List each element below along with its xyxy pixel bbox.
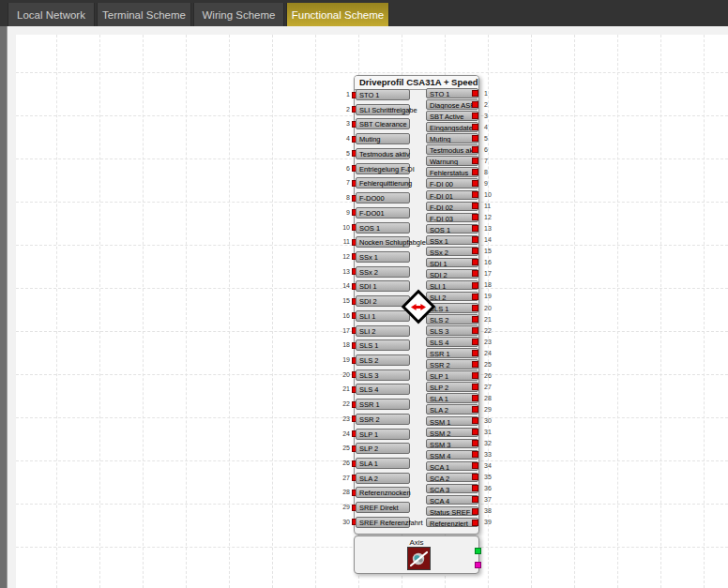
output-pin-label[interactable]: SLI 1 [426,280,478,291]
output-pin-label[interactable]: SSR 2 [426,359,478,369]
output-pin-square[interactable] [472,236,478,243]
input-pin-label[interactable]: Nocken Schlupfabgleich [356,236,410,248]
output-pin-label[interactable]: Diagnose ASF [426,99,478,110]
input-pin-label[interactable]: SLS 3 [356,369,410,381]
input-pin-label[interactable]: Fehlerquittierung [356,177,410,188]
output-pin-square[interactable] [472,429,478,435]
output-pin-square[interactable] [472,101,478,108]
output-pin-label[interactable]: SLS 3 [426,325,478,336]
output-pin-label[interactable]: SLP 1 [426,370,478,381]
input-pin-label[interactable]: SLS 2 [356,354,410,366]
output-pin-square[interactable] [472,508,478,515]
output-pin-square[interactable] [472,248,478,254]
output-pin-square[interactable] [472,225,478,232]
output-pin-square[interactable] [472,350,478,356]
input-pin-label[interactable]: SLA 1 [356,458,410,469]
output-pin-label[interactable]: SLP 2 [426,382,478,392]
axis-motor-icon[interactable] [407,547,431,570]
axis-conn-magenta-square[interactable] [475,562,481,568]
output-pin-square[interactable] [472,474,478,480]
output-pin-label[interactable]: SDI 2 [426,269,478,279]
output-pin-label[interactable]: F-DI 01 [426,190,478,201]
output-pin-square[interactable] [472,90,478,97]
input-pin-label[interactable]: SLI 2 [356,325,410,337]
output-pin-square[interactable] [472,361,478,368]
input-pin-label[interactable]: SLA 2 [356,473,410,484]
output-pin-square[interactable] [472,294,478,300]
output-pin-label[interactable]: SSx 1 [426,235,478,246]
output-pin-label[interactable]: Warnung [426,156,478,166]
output-pin-square[interactable] [472,146,478,153]
output-pin-label[interactable]: SOS 1 [426,224,478,234]
output-pin-label[interactable]: SSM 3 [426,439,478,449]
tab-terminal-scheme[interactable]: Terminal Scheme [97,3,191,26]
output-pin-label[interactable]: SDI 1 [426,258,478,268]
output-pin-label[interactable]: SCA 2 [426,473,478,483]
output-pin-label[interactable]: Eingangsdaten gü [426,122,478,132]
output-pin-square[interactable] [472,451,478,458]
input-pin-label[interactable]: SLS 1 [356,339,410,351]
output-pin-label[interactable]: SLI 2 [426,292,478,302]
input-pin-label[interactable]: SLI 1 [356,310,410,322]
output-pin-square[interactable] [472,113,478,119]
output-pin-label[interactable]: F-DI 02 [426,202,478,212]
input-pin-label[interactable]: SDI 1 [356,280,410,292]
output-pin-label[interactable]: SLA 1 [426,393,478,403]
input-pin-label[interactable]: SOS 1 [356,222,410,234]
input-pin-label[interactable]: SSR 1 [356,399,410,410]
input-pin-label[interactable]: Muting [356,133,410,144]
output-pin-label[interactable]: SSx 2 [426,247,478,257]
output-pin-label[interactable]: Muting [426,133,478,143]
output-pin-label[interactable]: SLS 2 [426,314,478,324]
output-pin-label[interactable]: Fehlerstatus [426,167,478,177]
input-pin-label[interactable]: SLP 2 [356,443,410,454]
input-pin-label[interactable]: SREF Direkt [356,502,410,513]
output-pin-square[interactable] [472,180,478,187]
output-pin-square[interactable] [472,372,478,379]
axis-conn-green-square[interactable] [475,548,481,554]
output-pin-square[interactable] [472,485,478,491]
output-pin-label[interactable]: SCA 3 [426,484,478,494]
output-pin-label[interactable]: SSM 4 [426,450,478,460]
output-pin-label[interactable]: SBT Active [426,111,478,121]
output-pin-square[interactable] [472,169,478,175]
output-pin-square[interactable] [472,305,478,311]
output-pin-square[interactable] [472,406,478,413]
tab-local-network[interactable]: Local Network [8,3,95,26]
output-pin-square[interactable] [472,135,478,142]
output-pin-square[interactable] [472,259,478,265]
output-pin-square[interactable] [472,282,478,289]
output-pin-label[interactable]: SLS 4 [426,337,478,347]
input-pin-label[interactable]: SREF Referenzfahrt [356,517,410,528]
output-pin-label[interactable]: F-DI 03 [426,213,478,223]
input-pin-label[interactable]: Entriegelung F-DI [356,163,410,174]
tab-wiring-scheme[interactable]: Wiring Scheme [193,3,284,26]
output-pin-square[interactable] [472,214,478,220]
input-pin-label[interactable]: STO 1 [356,89,410,100]
output-pin-square[interactable] [472,191,478,198]
output-pin-square[interactable] [472,462,478,469]
input-pin-label[interactable]: SLI Schrittfreigabe [356,104,410,115]
output-pin-square[interactable] [472,203,478,209]
output-pin-square[interactable] [472,270,478,277]
output-pin-label[interactable]: SSM 1 [426,416,478,427]
input-pin-label[interactable]: SSx 2 [356,266,410,278]
axis-block[interactable]: Axis [354,535,479,574]
output-pin-label[interactable]: SCA 4 [426,495,478,505]
output-pin-square[interactable] [472,158,478,164]
output-pin-label[interactable]: Testmodus aktiv [426,144,478,155]
output-pin-square[interactable] [472,520,478,526]
output-pin-label[interactable]: SLA 2 [426,404,478,415]
output-pin-label[interactable]: SSM 2 [426,428,478,438]
output-pin-square[interactable] [472,124,478,130]
output-pin-square[interactable] [472,496,478,503]
output-pin-label[interactable]: SCA 1 [426,461,478,472]
output-pin-label[interactable]: Referenziert [426,518,478,528]
output-pin-square[interactable] [472,316,478,323]
input-pin-label[interactable]: F-DO01 [356,207,410,219]
output-pin-square[interactable] [472,417,478,424]
input-pin-label[interactable]: SSR 2 [356,414,410,425]
input-pin-label[interactable]: Testmodus aktiv [356,148,410,159]
output-pin-square[interactable] [472,339,478,345]
output-pin-square[interactable] [472,440,478,446]
